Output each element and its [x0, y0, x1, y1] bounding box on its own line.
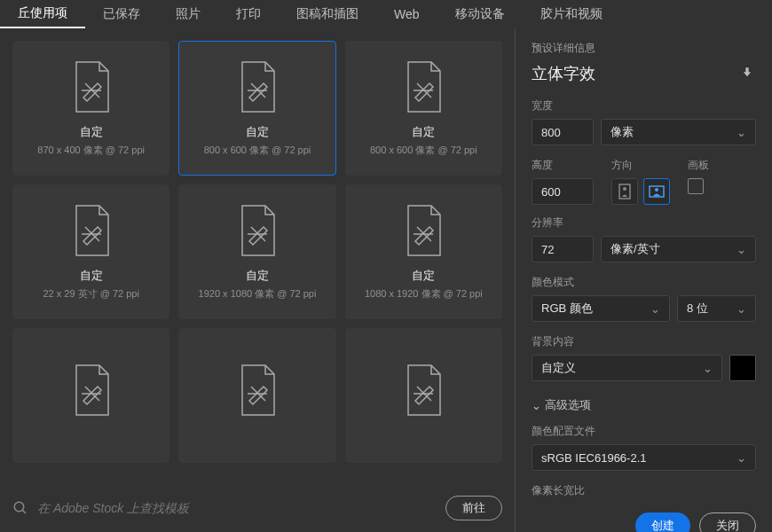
tab-4[interactable]: 图稿和插图 [279, 0, 376, 28]
tab-7[interactable]: 胶片和视频 [523, 0, 620, 28]
preset-grid: 自定870 x 400 像素 @ 72 ppi自定800 x 600 像素 @ … [0, 28, 515, 484]
color-mode-value: RGB 颜色 [541, 301, 593, 317]
search-go-button[interactable]: 前往 [445, 496, 502, 520]
bit-depth-select[interactable]: 8 位 ⌄ [677, 295, 756, 322]
background-select[interactable]: 自定义 ⌄ [532, 355, 722, 381]
resolution-unit-select[interactable]: 像素/英寸 ⌄ [601, 236, 756, 262]
preset-card[interactable]: 自定800 x 600 像素 @ 72 ppi [178, 41, 335, 176]
document-icon [235, 204, 280, 259]
preset-card[interactable]: 自定800 x 600 像素 @ 72 ppi [345, 41, 502, 176]
tab-2[interactable]: 照片 [158, 0, 218, 28]
search-input[interactable] [37, 501, 437, 515]
advanced-options-toggle[interactable]: ⌄ 高级选项 [532, 397, 756, 413]
details-section-title: 预设详细信息 [532, 41, 756, 56]
search-bar: 前往 [0, 484, 515, 532]
preset-name: 自定 [412, 124, 435, 140]
preset-name: 自定 [80, 268, 103, 284]
width-input[interactable] [532, 119, 594, 145]
background-label: 背景内容 [532, 334, 756, 349]
save-preset-icon[interactable] [738, 65, 756, 82]
preset-name: 自定 [412, 268, 435, 284]
preset-card[interactable]: 自定1080 x 1920 像素 @ 72 ppi [345, 184, 502, 319]
tab-3[interactable]: 打印 [218, 0, 279, 28]
artboard-label: 画板 [688, 158, 709, 173]
svg-point-12 [623, 187, 626, 191]
document-name[interactable]: 立体字效 [532, 63, 738, 84]
document-icon [69, 364, 114, 419]
color-mode-label: 颜色模式 [532, 275, 756, 290]
search-icon [12, 500, 28, 516]
bit-depth-value: 8 位 [687, 301, 708, 317]
tab-1[interactable]: 已保存 [85, 0, 158, 28]
document-icon [401, 204, 445, 259]
chevron-down-icon: ⌄ [737, 126, 746, 139]
background-value: 自定义 [541, 360, 576, 376]
preset-card[interactable]: 自定22 x 29 英寸 @ 72 ppi [12, 184, 169, 319]
preset-name: 自定 [246, 268, 269, 284]
tab-5[interactable]: Web [376, 0, 437, 28]
preset-card[interactable]: 自定1920 x 1080 像素 @ 72 ppi [178, 184, 335, 319]
preset-dimensions: 1920 x 1080 像素 @ 72 ppi [199, 287, 317, 301]
close-button[interactable]: 关闭 [699, 512, 756, 532]
preset-name: 自定 [246, 124, 269, 140]
advanced-label: 高级选项 [545, 397, 591, 413]
pixel-aspect-label: 像素长宽比 [532, 483, 756, 498]
document-icon [235, 60, 280, 115]
preset-card[interactable] [178, 328, 335, 463]
svg-line-10 [22, 510, 26, 513]
chevron-down-icon: ⌄ [737, 451, 746, 465]
category-tabs: 丘使用项已保存照片打印图稿和插图Web移动设备胶片和视频 [0, 0, 772, 28]
tab-0[interactable]: 丘使用项 [0, 0, 85, 28]
resolution-label: 分辨率 [532, 215, 756, 231]
preset-dimensions: 870 x 400 像素 @ 72 ppi [37, 144, 145, 157]
height-label: 高度 [532, 158, 594, 173]
preset-card[interactable] [12, 328, 169, 463]
preset-dimensions: 800 x 600 像素 @ 72 ppi [370, 144, 477, 157]
svg-point-9 [14, 502, 24, 512]
width-unit-select[interactable]: 像素 ⌄ [601, 119, 756, 145]
document-icon [69, 204, 114, 259]
chevron-down-icon: ⌄ [737, 302, 746, 316]
document-icon [235, 364, 280, 419]
chevron-down-icon: ⌄ [737, 243, 746, 256]
width-label: 宽度 [532, 98, 756, 113]
artboard-checkbox[interactable] [688, 178, 704, 194]
color-mode-select[interactable]: RGB 颜色 ⌄ [532, 295, 670, 322]
chevron-down-icon: ⌄ [532, 399, 541, 412]
document-icon [401, 364, 445, 419]
background-color-swatch[interactable] [729, 355, 756, 381]
resolution-unit-value: 像素/英寸 [611, 241, 660, 257]
preset-dimensions: 22 x 29 英寸 @ 72 ppi [43, 287, 138, 301]
preset-card[interactable]: 自定870 x 400 像素 @ 72 ppi [12, 41, 169, 176]
preset-dimensions: 1080 x 1920 像素 @ 72 ppi [365, 287, 483, 301]
width-unit-value: 像素 [611, 124, 634, 140]
height-input[interactable] [532, 178, 594, 205]
preset-card[interactable] [345, 328, 502, 463]
chevron-down-icon: ⌄ [650, 302, 660, 316]
svg-point-14 [655, 188, 658, 192]
document-icon [401, 60, 445, 115]
resolution-input[interactable] [532, 236, 594, 262]
color-profile-label: 颜色配置文件 [532, 424, 756, 439]
orientation-portrait-button[interactable] [611, 178, 638, 205]
color-profile-select[interactable]: sRGB IEC61966-2.1 ⌄ [532, 444, 756, 471]
orientation-landscape-button[interactable] [643, 178, 670, 205]
color-profile-value: sRGB IEC61966-2.1 [541, 451, 647, 465]
preset-dimensions: 800 x 600 像素 @ 72 ppi [204, 144, 311, 157]
chevron-down-icon: ⌄ [703, 362, 713, 375]
preset-name: 自定 [80, 124, 103, 140]
document-icon [69, 60, 114, 115]
preset-details-panel: 预设详细信息 立体字效 宽度 像素 ⌄ 高度 [515, 28, 772, 532]
orientation-label: 方向 [611, 158, 670, 173]
tab-6[interactable]: 移动设备 [437, 0, 523, 28]
create-button[interactable]: 创建 [635, 512, 690, 532]
